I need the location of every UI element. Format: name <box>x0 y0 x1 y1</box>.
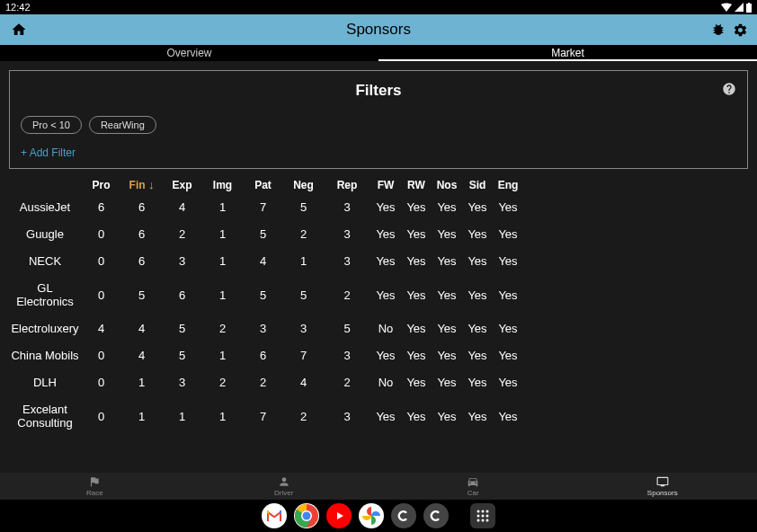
dock-apps-drawer[interactable] <box>470 503 495 528</box>
column-header[interactable]: RW <box>401 179 432 191</box>
column-header[interactable]: Fin ↓ <box>121 178 162 191</box>
svg-point-6 <box>482 510 485 513</box>
sponsor-name: China Mobils <box>9 349 81 362</box>
filter-chips: Pro < 10 RearWing <box>21 116 736 134</box>
sponsor-name: Electroluxery <box>9 322 81 335</box>
cell: 3 <box>324 227 370 241</box>
settings-button[interactable] <box>733 22 748 38</box>
column-header[interactable]: Eng <box>493 179 523 191</box>
gear-icon <box>733 22 748 38</box>
table-row[interactable]: DLH0132242NoYesYesYesYes <box>9 376 748 389</box>
cell: Yes <box>462 322 493 335</box>
svg-point-11 <box>477 519 480 522</box>
cell: 6 <box>81 200 121 214</box>
cell: Yes <box>401 349 432 362</box>
tab-overview[interactable]: Overview <box>0 45 378 61</box>
table-row[interactable]: Electroluxery4452335NoYesYesYesYes <box>9 322 748 335</box>
home-button[interactable] <box>11 22 27 38</box>
column-header[interactable]: Neg <box>283 179 324 191</box>
cell: Yes <box>493 254 523 268</box>
cell: No <box>370 322 401 335</box>
apps-icon <box>476 509 490 523</box>
filter-chip[interactable]: Pro < 10 <box>21 116 82 134</box>
cell: Yes <box>462 200 493 214</box>
svg-point-13 <box>486 519 489 522</box>
home-icon <box>11 22 27 38</box>
column-header[interactable]: Nos <box>432 179 462 191</box>
nav-driver[interactable]: Driver <box>190 473 379 500</box>
cell: Yes <box>462 288 493 302</box>
cell: 6 <box>243 349 283 362</box>
cell: Yes <box>462 349 493 362</box>
car-icon <box>467 475 479 488</box>
cell: 2 <box>162 227 202 241</box>
help-button[interactable] <box>722 82 736 96</box>
cell: Yes <box>493 227 523 241</box>
cell: 4 <box>121 349 162 362</box>
cell: 3 <box>324 200 370 214</box>
c-icon <box>396 509 411 523</box>
cell: Yes <box>370 254 401 268</box>
column-header[interactable]: Rep <box>324 179 370 191</box>
cell: Yes <box>432 227 462 241</box>
cell: 4 <box>121 322 162 335</box>
table-row[interactable]: AussieJet6641753YesYesYesYesYes <box>9 200 748 214</box>
cell: 0 <box>81 410 121 423</box>
tab-market[interactable]: Market <box>378 45 757 61</box>
help-icon <box>722 82 736 96</box>
nav-race[interactable]: Race <box>0 473 190 500</box>
table-row[interactable]: Excelant Consulting0111723YesYesYesYesYe… <box>9 403 748 430</box>
table-row[interactable]: NECK0631413YesYesYesYesYes <box>9 254 748 268</box>
wifi-icon <box>721 3 732 12</box>
signal-icon <box>735 3 744 12</box>
column-header[interactable]: Pat <box>243 179 283 191</box>
page-title: Sponsors <box>0 21 757 39</box>
table-row[interactable]: China Mobils0451673YesYesYesYesYes <box>9 349 748 362</box>
nav-sponsors[interactable]: Sponsors <box>568 473 758 500</box>
sponsor-name: Guugle <box>9 227 81 241</box>
dock-app-2[interactable] <box>423 503 449 528</box>
cell: 6 <box>121 227 162 241</box>
cell: 2 <box>202 376 243 389</box>
nav-label: Race <box>86 489 103 497</box>
table-row[interactable]: GL Electronics0561552YesYesYesYesYes <box>9 281 748 308</box>
svg-point-7 <box>486 510 489 513</box>
column-header[interactable]: Pro <box>81 179 121 191</box>
cell: 7 <box>243 410 283 423</box>
cell: 3 <box>283 322 324 335</box>
dock-app-1[interactable] <box>391 503 416 528</box>
column-header[interactable]: Sid <box>462 179 493 191</box>
svg-point-4 <box>303 512 311 520</box>
cell: 5 <box>121 288 162 302</box>
cell: Yes <box>493 349 523 362</box>
filter-chip[interactable]: RearWing <box>89 116 156 134</box>
chrome-icon <box>295 504 318 528</box>
dock-chrome[interactable] <box>294 503 319 528</box>
add-filter-button[interactable]: + Add Filter <box>21 146 736 159</box>
bug-button[interactable] <box>711 22 726 38</box>
cell: 5 <box>243 288 283 302</box>
column-header[interactable]: FW <box>370 179 401 191</box>
dock-gmail[interactable] <box>262 503 287 528</box>
column-header[interactable]: Img <box>202 179 243 191</box>
table-row[interactable]: Guugle0621523YesYesYesYesYes <box>9 227 748 241</box>
svg-point-10 <box>486 515 489 518</box>
battery-icon <box>746 3 752 13</box>
cell: Yes <box>370 227 401 241</box>
cell: 1 <box>202 227 243 241</box>
cell: Yes <box>370 288 401 302</box>
dock-youtube[interactable] <box>326 503 352 528</box>
cell: Yes <box>493 200 523 214</box>
sort-arrow-icon: ↓ <box>148 178 155 191</box>
photos-icon <box>361 506 381 526</box>
dock-photos[interactable] <box>359 503 384 528</box>
column-header[interactable]: Exp <box>162 179 202 191</box>
cell: 0 <box>81 376 121 389</box>
cell: 6 <box>162 288 202 302</box>
cell: 5 <box>324 322 370 335</box>
bottom-nav: Race Driver Car Sponsors <box>0 473 757 500</box>
cell: 4 <box>243 254 283 268</box>
gmail-icon <box>266 510 282 522</box>
dock <box>0 500 757 532</box>
nav-car[interactable]: Car <box>378 473 568 500</box>
